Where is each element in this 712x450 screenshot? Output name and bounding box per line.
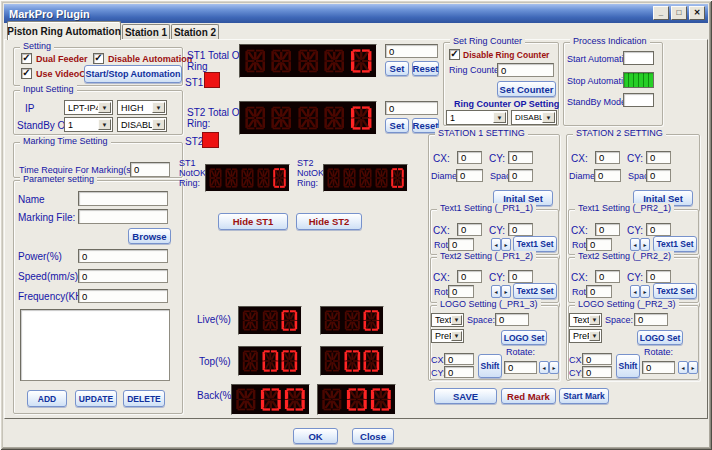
ip-port-dropdown[interactable]: LPT-IP4 ▼ — [64, 100, 113, 115]
parameter-listbox[interactable] — [20, 309, 170, 381]
save-button[interactable]: SAVE — [434, 388, 497, 404]
chevron-down-icon[interactable]: ▼ — [493, 112, 506, 123]
spin-right-icon[interactable]: ► — [549, 361, 559, 374]
time-require-input[interactable]: 0 — [130, 162, 170, 177]
chevron-down-icon[interactable]: ▼ — [98, 119, 111, 130]
station1-diameter-input[interactable]: 0 — [456, 169, 483, 182]
station1-logo-cx-input[interactable]: 0 — [444, 353, 474, 365]
station2-space-input[interactable]: 0 — [646, 169, 671, 182]
station1-text1-cy-input[interactable]: 0 — [508, 223, 533, 236]
st2-set-button[interactable]: Set — [385, 118, 409, 133]
op-port-dropdown[interactable]: 1 ▼ — [446, 110, 508, 125]
disable-automation-checkbox[interactable]: ✓ — [93, 53, 104, 64]
chevron-down-icon[interactable]: ▼ — [98, 102, 111, 113]
station1-cy-input[interactable]: 0 — [508, 151, 533, 164]
chevron-down-icon[interactable]: ▼ — [589, 331, 600, 341]
st1-set-input[interactable]: 0 — [385, 44, 438, 58]
spin-left-icon[interactable]: ◄ — [491, 285, 501, 298]
station1-logo-source-dropdown[interactable]: Text1 ▼ — [431, 313, 464, 327]
station2-logo-space-input[interactable]: 0 — [634, 313, 668, 326]
spin-right-icon[interactable]: ► — [688, 361, 698, 374]
station2-text1-rotate-input[interactable]: 0 — [586, 238, 612, 251]
spin-left-icon[interactable]: ◄ — [539, 361, 549, 374]
spin-left-icon[interactable]: ◄ — [630, 238, 640, 251]
spin-left-icon[interactable]: ◄ — [630, 285, 640, 298]
station1-logo-cy-input[interactable]: 0 — [444, 366, 474, 378]
spin-right-icon[interactable]: ► — [640, 285, 650, 298]
chevron-down-icon[interactable]: ▼ — [451, 315, 462, 325]
disable-ring-counter-checkbox[interactable]: ✓ — [449, 49, 460, 60]
update-button[interactable]: UPDATE — [75, 390, 117, 407]
dual-feeder-checkbox[interactable]: ✓ — [21, 53, 32, 64]
red-mark-button[interactable]: Red Mark — [501, 388, 556, 404]
tab-station-1[interactable]: Station 1 — [122, 24, 170, 40]
tab-piston-ring-automation[interactable]: Piston Ring Automation — [7, 21, 121, 40]
station1-text1-cx-input[interactable]: 0 — [457, 223, 482, 236]
frequency-input[interactable]: 0 — [78, 289, 168, 303]
station2-logo-rotate-input[interactable]: 0 — [642, 361, 675, 374]
station2-logo-set-button[interactable]: LOGO Set — [637, 330, 683, 345]
station1-text2-rotate-input[interactable]: 0 — [448, 285, 474, 298]
name-input[interactable] — [78, 191, 168, 206]
station1-logo-prefix-dropdown[interactable]: PreFix ▼ — [431, 329, 464, 343]
standby-port-dropdown[interactable]: 1 ▼ — [64, 117, 113, 132]
maximize-icon[interactable]: □ — [671, 6, 687, 20]
start-mark-button[interactable]: Start Mark — [559, 388, 609, 404]
chevron-down-icon[interactable]: ▼ — [152, 119, 165, 130]
spin-left-icon[interactable]: ◄ — [678, 361, 688, 374]
station1-text2-cx-input[interactable]: 0 — [457, 270, 482, 283]
station2-logo-source-dropdown[interactable]: Text1 ▼ — [569, 313, 602, 327]
station2-text1-set-button[interactable]: Text1 Set — [653, 236, 697, 252]
station1-text2-set-button[interactable]: Text2 Set — [513, 283, 557, 299]
op-mode-dropdown[interactable]: DISABLE ▼ — [511, 110, 557, 125]
spin-right-icon[interactable]: ► — [501, 238, 511, 251]
spin-right-icon[interactable]: ► — [640, 238, 650, 251]
spin-left-icon[interactable]: ◄ — [491, 238, 501, 251]
set-counter-button[interactable]: Set Counter — [497, 81, 556, 97]
tab-station-2[interactable]: Station 2 — [171, 24, 219, 40]
station2-logo-cx-input[interactable]: 0 — [582, 353, 612, 365]
hide-st2-button[interactable]: Hide ST2 — [296, 213, 362, 230]
station2-text1-cx-input[interactable]: 0 — [595, 223, 620, 236]
use-videocard-checkbox[interactable]: ✓ — [21, 68, 32, 79]
marking-file-input[interactable] — [78, 209, 168, 224]
ip-level-dropdown[interactable]: HIGH ▼ — [117, 100, 167, 115]
station1-space-input[interactable]: 0 — [508, 169, 533, 182]
station1-text1-rotate-input[interactable]: 0 — [448, 238, 474, 251]
station1-logo-set-button[interactable]: LOGO Set — [501, 330, 547, 345]
st1-reset-button[interactable]: Reset — [412, 61, 439, 76]
station2-diameter-input[interactable]: 0 — [594, 169, 621, 182]
ok-button[interactable]: OK — [293, 428, 338, 444]
chevron-down-icon[interactable]: ▼ — [451, 331, 462, 341]
station1-text1-set-button[interactable]: Text1 Set — [513, 236, 557, 252]
station2-cy-input[interactable]: 0 — [646, 151, 671, 164]
station1-logo-rotate-input[interactable]: 0 — [504, 361, 537, 374]
power-input[interactable]: 0 — [78, 249, 168, 263]
station1-shift-button[interactable]: Shift — [478, 354, 502, 378]
station2-logo-prefix-dropdown[interactable]: PreFix ▼ — [569, 329, 602, 343]
station2-text2-cx-input[interactable]: 0 — [595, 270, 620, 283]
station2-text2-cy-input[interactable]: 0 — [646, 270, 671, 283]
station2-text1-cy-input[interactable]: 0 — [646, 223, 671, 236]
station1-text2-cy-input[interactable]: 0 — [508, 270, 533, 283]
minimize-icon[interactable]: _ — [653, 6, 669, 20]
station2-text2-rotate-input[interactable]: 0 — [586, 285, 612, 298]
delete-button[interactable]: DELETE — [123, 390, 165, 407]
speed-input[interactable]: 0 — [78, 269, 168, 283]
add-button[interactable]: ADD — [27, 390, 67, 407]
standby-mode-dropdown[interactable]: DISABLE ▼ — [117, 117, 167, 132]
close-button[interactable]: Close — [352, 428, 394, 444]
station1-cx-input[interactable]: 0 — [457, 151, 482, 164]
chevron-down-icon[interactable]: ▼ — [589, 315, 600, 325]
ring-counter-input[interactable]: 0 — [497, 63, 554, 77]
station2-cx-input[interactable]: 0 — [595, 151, 620, 164]
start-stop-automation-button[interactable]: Start/Stop Automation — [84, 65, 182, 83]
browse-button[interactable]: Browse — [128, 228, 171, 244]
station2-shift-button[interactable]: Shift — [616, 354, 640, 378]
close-icon[interactable]: ✕ — [689, 6, 705, 20]
chevron-down-icon[interactable]: ▼ — [542, 112, 555, 123]
chevron-down-icon[interactable]: ▼ — [152, 102, 165, 113]
st1-set-button[interactable]: Set — [385, 61, 409, 76]
station2-text2-set-button[interactable]: Text2 Set — [653, 283, 697, 299]
station2-logo-cy-input[interactable]: 0 — [582, 366, 612, 378]
